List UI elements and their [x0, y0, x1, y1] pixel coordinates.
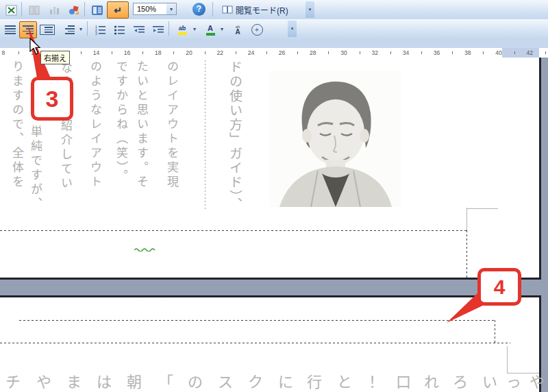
ruler-number: 24	[248, 49, 254, 56]
text-boundary-line	[466, 208, 498, 209]
ruler-margin-shade	[502, 48, 539, 58]
line-spacing-button[interactable]	[60, 21, 78, 38]
ruler-number: 30	[340, 49, 347, 56]
chart-button[interactable]	[45, 1, 63, 19]
bottom-text-char: 行	[307, 369, 322, 391]
vertical-text-column: ドの使い方」ガイド）、	[228, 60, 241, 212]
ruler-tick	[360, 51, 360, 54]
ruler-number: 8	[1, 49, 5, 56]
vertical-text-column: ですからね（笑）。	[115, 60, 127, 184]
increase-indent-button[interactable]	[149, 21, 167, 38]
font-color-button[interactable]: A	[201, 21, 219, 38]
toolbar-separator	[21, 2, 22, 16]
header-boundary-dashed-line-bottom	[0, 343, 510, 343]
ruler-tick	[390, 51, 391, 54]
insert-excel-worksheet-button[interactable]	[3, 1, 21, 19]
zoom-input[interactable]: 150%	[133, 3, 167, 15]
ruler-number: 20	[186, 49, 192, 56]
bottom-text-char: ク	[248, 369, 263, 391]
chevron-down-icon: ▾	[170, 6, 173, 12]
ruler-number: 14	[93, 49, 99, 56]
ruler-tick	[328, 51, 329, 54]
formatting-marks-toggle-button[interactable]: ↵	[107, 1, 129, 19]
highlight-icon: ab	[178, 25, 187, 35]
reading-mode-button[interactable]: 閲覧モード(R)	[218, 2, 292, 17]
column-boundary-line	[205, 60, 206, 209]
ruler-tick	[514, 51, 515, 54]
decrease-indent-icon	[134, 25, 145, 35]
formatting-marks-icon: ↵	[114, 5, 122, 15]
drawing-icon	[68, 5, 80, 16]
callout-number: 3	[46, 86, 59, 112]
drawing-toolbar-button[interactable]	[65, 1, 83, 19]
highlight-dropdown[interactable]: ▾	[190, 21, 199, 37]
reading-mode-label: 閲覧モード(R)	[236, 4, 288, 16]
zoom-value: 150%	[137, 5, 156, 13]
svg-text:3: 3	[95, 32, 97, 35]
toolbar-options-grip[interactable]: ▾	[288, 21, 297, 37]
word-window: ↵ 150% ▾ ? 閲覧モード(R) ▾	[0, 0, 548, 392]
ruler-tick	[266, 51, 267, 54]
document-map-button[interactable]	[88, 1, 106, 19]
line-spacing-dropdown[interactable]: ▾	[77, 21, 85, 37]
enclose-character-button[interactable]: +	[247, 21, 266, 38]
chart-icon	[49, 5, 60, 15]
footer-boundary-dashed-line-vertical	[466, 230, 467, 278]
callout-step-4: 4	[477, 268, 521, 306]
ruler[interactable]: 81012141618202224262830323436384042	[0, 48, 548, 58]
ruby-button[interactable]: ab A	[228, 21, 247, 38]
header-boundary-dashed-line-right	[495, 320, 495, 343]
numbered-list-button[interactable]: 1 2 3	[91, 21, 109, 38]
bullet-list-button[interactable]	[110, 21, 128, 38]
chevron-down-icon: ▾	[79, 26, 82, 32]
toolbar-options-grip[interactable]: ▾	[306, 1, 314, 18]
align-right-tooltip: 右揃え	[40, 51, 70, 64]
distribute-text-button[interactable]	[38, 21, 56, 38]
page1-body[interactable]: りますので、全体を単純ですが、な方法を紹介していのようなレイアウトですからね（笑…	[0, 58, 541, 280]
ruler-tick	[112, 51, 112, 54]
bottom-text-char: れ	[424, 369, 439, 391]
ruler-tick	[81, 51, 82, 54]
ruler-number: 36	[434, 49, 440, 56]
distribute-icon	[40, 25, 55, 35]
chevron-down-icon: ▾	[193, 26, 196, 32]
align-justify-button[interactable]	[1, 21, 19, 38]
vertical-text-column: 単純ですが、	[29, 125, 41, 212]
standard-toolbar: ↵ 150% ▾ ? 閲覧モード(R) ▾	[0, 0, 548, 20]
ruler-number: 42	[526, 49, 532, 56]
bottom-text-char: ま	[66, 369, 82, 391]
font-color-dropdown[interactable]: ▾	[218, 21, 226, 37]
toolbar-separator	[87, 21, 88, 36]
columns-icon	[29, 5, 40, 15]
help-button[interactable]: ?	[192, 3, 206, 16]
bottom-text-char: ス	[218, 369, 233, 391]
increase-indent-icon	[153, 25, 164, 35]
vertical-text-column: のレイアウトを実現	[166, 60, 177, 190]
bottom-text-char: や	[36, 369, 51, 391]
tooltip-text: 右揃え	[44, 54, 66, 62]
columns-button[interactable]	[25, 1, 43, 19]
ruler-tick	[545, 51, 546, 54]
document-map-icon	[91, 5, 103, 16]
toolbar-separator	[169, 21, 169, 36]
font-color-bar	[206, 33, 215, 36]
text-boundary-line	[466, 208, 467, 230]
zoom-dropdown-button[interactable]: ▾	[166, 3, 177, 15]
chevron-down-icon: ▾	[309, 7, 312, 12]
ruler-number: 32	[371, 49, 377, 56]
reading-mode-icon	[222, 5, 233, 14]
ruler-tick	[421, 51, 422, 54]
portrait-photo-image[interactable]	[270, 71, 401, 207]
font-color-icon: A	[206, 25, 215, 36]
align-right-button[interactable]	[19, 21, 37, 38]
bottom-text-char: ろ	[453, 369, 468, 391]
ruler-tick	[205, 51, 206, 54]
page2-body[interactable]: ション 2- 特集 IT 活用 チやまは朝「のスクに行と！口れろいっや	[0, 295, 541, 392]
ruler-tick	[297, 51, 298, 54]
excel-worksheet-icon	[5, 5, 18, 16]
callout-step-3: 3	[31, 77, 73, 121]
highlight-button[interactable]: ab	[173, 21, 192, 38]
decrease-indent-button[interactable]	[130, 21, 148, 38]
callout-number: 4	[494, 275, 506, 299]
ruler-number: 18	[155, 49, 161, 56]
